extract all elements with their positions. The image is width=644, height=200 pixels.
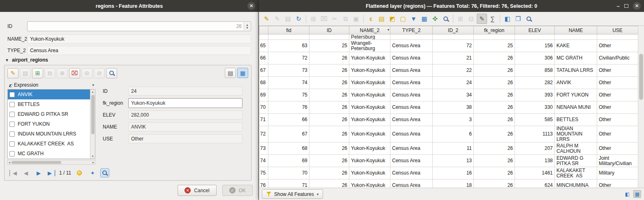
list-item[interactable]: INDIAN MOUNTAIN LRRS <box>8 129 90 139</box>
conditional-formatting-icon[interactable]: ◧ <box>502 14 512 24</box>
cell-name[interactable]: RALPH M CALHOUN <box>555 143 597 155</box>
cell-type2[interactable]: Census Area <box>390 167 433 179</box>
cell-fk_region[interactable]: 26 <box>474 179 515 188</box>
cell-name2[interactable]: Yukon-Koyukuk <box>349 77 390 89</box>
switch-to-table-view-icon[interactable]: ▦ <box>633 190 641 198</box>
cell-elev[interactable] <box>515 34 555 40</box>
checkbox[interactable] <box>9 122 15 127</box>
minimize-button[interactable]: – <box>616 4 620 8</box>
cell-elev[interactable]: 624 <box>515 179 555 188</box>
scroll-down-icon[interactable]: ▾ <box>92 154 93 159</box>
cell-fk_region[interactable]: 26 <box>474 167 515 179</box>
list-h-scrollbar[interactable]: ◂ ▸ <box>7 160 95 165</box>
delete-child-feature-icon[interactable]: ⌧ <box>69 68 80 78</box>
cell-id2[interactable]: 16 <box>433 167 474 179</box>
row-number[interactable] <box>259 34 268 40</box>
cell-id2[interactable]: 3 <box>433 114 474 126</box>
cell-elev[interactable]: 1113 <box>515 126 555 143</box>
cell-type2[interactable]: Census Area <box>390 89 433 101</box>
cell-name[interactable] <box>555 34 597 40</box>
cell-fk_region[interactable]: 26 <box>474 89 515 101</box>
cell-type2[interactable]: Census Area <box>390 114 433 126</box>
list-item[interactable]: BETTLES <box>8 99 90 109</box>
search-features-icon[interactable] <box>524 14 534 24</box>
row-number[interactable]: 74 <box>259 155 268 167</box>
invert-selection-icon[interactable]: ◩ <box>387 14 397 24</box>
form-view-icon[interactable]: ▤ <box>225 68 236 78</box>
cell-use[interactable]: Other <box>597 126 638 143</box>
field-calculator-icon[interactable]: ∑ <box>487 14 498 24</box>
cell-id[interactable]: 26 <box>309 89 349 101</box>
cell-name[interactable]: KAKE <box>555 40 597 52</box>
maximize-button[interactable] <box>624 4 628 8</box>
column-header-name[interactable]: NAME <box>555 26 597 34</box>
first-feature-icon[interactable]: ▏◀ <box>8 168 17 177</box>
column-header-rownum[interactable] <box>259 26 268 34</box>
cell-type2[interactable]: Census Area <box>390 101 433 114</box>
cell-id2[interactable]: 11 <box>433 143 474 155</box>
cell-id[interactable]: 26 <box>309 167 349 179</box>
cell-id[interactable]: 25 <box>309 40 349 52</box>
cell-fid[interactable]: 76 <box>268 101 309 114</box>
column-header-type2[interactable]: TYPE_2 <box>390 26 433 34</box>
cell-use[interactable]: Other <box>597 89 638 101</box>
list-item[interactable]: MC GRATH <box>8 149 90 159</box>
cell-fk_region[interactable]: 26 <box>474 114 515 126</box>
row-number[interactable]: 65 <box>259 40 268 52</box>
table-v-scrollbar[interactable] <box>638 26 644 188</box>
move-selection-to-top-icon[interactable]: ▦ <box>419 14 429 24</box>
row-number[interactable]: 68 <box>259 77 268 89</box>
scroll-up-icon[interactable]: ▴ <box>92 90 93 94</box>
cell-type2[interactable]: Census Area <box>390 52 433 64</box>
cell-fid[interactable]: 70 <box>268 167 309 179</box>
cell-id2[interactable] <box>433 34 474 40</box>
cell-fid[interactable]: 72 <box>268 52 309 64</box>
toggle-editing-icon[interactable]: ✎ <box>7 68 18 78</box>
row-number[interactable]: 69 <box>259 89 268 101</box>
next-feature-icon[interactable]: ▶ <box>34 168 43 177</box>
cell-use[interactable]: Joint Military/Civilian <box>597 155 638 167</box>
cell-id[interactable]: 26 <box>309 143 349 155</box>
cell-id[interactable]: 26 <box>309 126 349 143</box>
cell-use[interactable]: Other <box>597 40 638 52</box>
column-header-fk_region[interactable]: fk_region <box>474 26 515 34</box>
checkbox[interactable] <box>9 92 15 97</box>
spin-up-icon[interactable]: ▲ <box>246 23 249 26</box>
scroll-left-icon[interactable]: ◂ <box>9 160 10 165</box>
previous-feature-icon[interactable]: ◀ <box>21 168 30 177</box>
cancel-button[interactable]: ✕ Cancel <box>178 185 216 196</box>
cell-name[interactable]: FORT YUKON <box>555 89 597 101</box>
cell-name2[interactable]: Yukon-Koyukuk <box>349 52 390 64</box>
filter-mode-button[interactable]: Show All Features ▾ <box>262 189 323 199</box>
cell-elev[interactable]: 207 <box>515 143 555 155</box>
select-all-icon[interactable]: ▤ <box>376 14 387 24</box>
checkbox[interactable] <box>9 141 15 147</box>
cell-id2[interactable]: 21 <box>433 52 474 64</box>
cell-id[interactable]: 26 <box>309 114 349 126</box>
list-item[interactable]: ANVIK <box>8 90 90 99</box>
cell-id2[interactable]: 18 <box>433 179 474 188</box>
cell-use[interactable]: Civilian/Public <box>597 52 638 64</box>
close-button[interactable]: ✕ <box>633 2 641 10</box>
cell-fk_region[interactable]: 26 <box>474 126 515 143</box>
cell-use[interactable]: Other <box>597 77 638 89</box>
cell-fid[interactable]: 63 <box>268 40 309 52</box>
row-number[interactable]: 76 <box>259 179 268 188</box>
pan-to-selection-icon[interactable]: ✜ <box>430 14 440 24</box>
toggle-editing-icon[interactable]: ✎ <box>261 14 272 24</box>
scroll-right-icon[interactable]: ▸ <box>92 160 94 165</box>
cell-id[interactable]: 26 <box>309 52 349 64</box>
cell-id[interactable] <box>309 34 349 40</box>
cell-fk_region[interactable]: 26 <box>474 52 515 64</box>
cell-elev[interactable]: 282 <box>515 77 555 89</box>
cell-elev[interactable]: 306 <box>515 52 555 64</box>
cell-type2[interactable]: Census Area <box>390 77 433 89</box>
row-number[interactable]: 75 <box>259 167 268 179</box>
cell-elev[interactable]: 858 <box>515 64 555 77</box>
cell-type2[interactable]: Census Area <box>390 126 433 143</box>
cell-fid[interactable]: 66 <box>268 114 309 126</box>
expression-selector[interactable]: ε Expression ▾ <box>7 81 95 89</box>
cell-use[interactable]: Other <box>597 179 638 188</box>
cell-id2[interactable]: 34 <box>433 89 474 101</box>
cell-name2[interactable]: Yukon-Koyukuk <box>349 143 390 155</box>
